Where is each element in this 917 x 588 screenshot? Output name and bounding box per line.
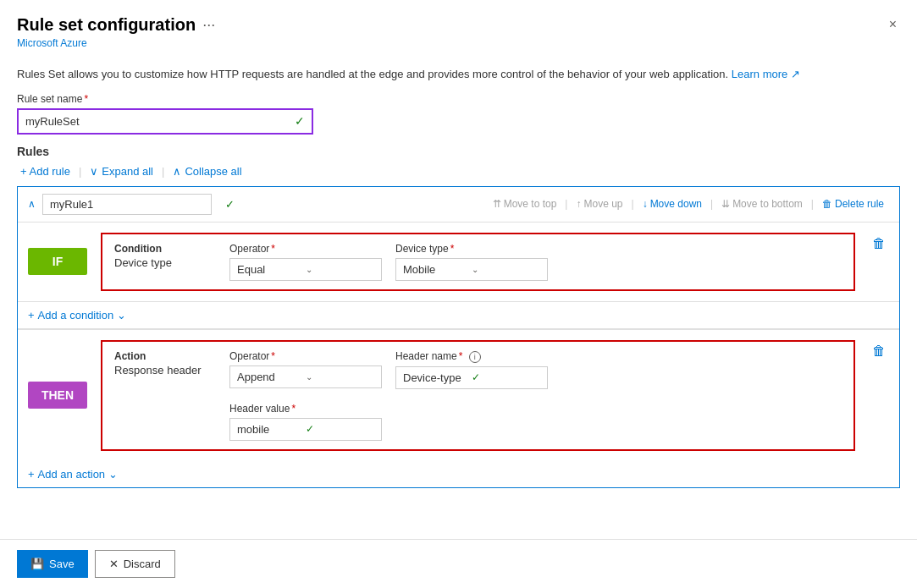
learn-more-link[interactable]: Learn more ↗ [732,68,800,80]
rule-set-name-label: Rule set name* [17,93,900,105]
condition-label-title: Condition [114,243,216,255]
action-operator-column: Operator* Append ⌄ [229,350,382,389]
move-down-button[interactable]: ↓ Move down [638,196,707,212]
add-action-button[interactable]: + Add an action ⌄ [28,468,118,481]
rule-name-input[interactable] [42,194,212,215]
action-operator-chevron-icon: ⌄ [306,372,374,382]
panel-subtitle: Microsoft Azure [17,37,900,49]
delete-rule-button[interactable]: 🗑 Delete rule [817,196,889,212]
rules-toolbar: + Add rule | ∨ Expand all | ∧ Collapse a… [17,163,900,179]
device-type-select[interactable]: Mobile ⌄ [395,258,548,281]
device-type-column: Device type* Mobile ⌄ [395,243,548,281]
rule-set-name-section: Rule set name* ✓ [17,93,900,135]
header-value-row: Header value* mobile ✓ [229,403,548,441]
collapse-all-button[interactable]: ∧ Collapse all [169,163,245,179]
operator-select[interactable]: Equal ⌄ [229,258,382,281]
action-label-title: Action [114,350,216,362]
action-operator-select[interactable]: Append ⌄ [229,365,382,388]
move-to-top-button[interactable]: ⇈ Move to top [488,196,562,212]
header-value-check-icon: ✓ [306,423,374,435]
close-button[interactable]: × [886,14,900,36]
operator-label: Operator* [229,243,382,255]
header-name-select[interactable]: Device-type ✓ [395,366,548,389]
save-icon: 💾 [30,558,44,570]
expand-all-button[interactable]: ∨ Expand all [86,163,157,179]
panel-content: Rules Set allows you to customize how HT… [0,56,917,539]
condition-label-column: Condition Device type [114,243,216,269]
add-condition-button[interactable]: + Add a condition ⌄ [28,309,126,321]
action-delete-column: 🗑 [869,340,889,362]
if-badge: IF [28,248,87,275]
condition-delete-column: 🗑 [869,233,889,255]
then-section: THEN Action Response header [18,329,899,461]
action-fields: Operator* Append ⌄ [229,350,548,441]
condition-delete-button[interactable]: 🗑 [869,233,889,255]
action-operator-label: Operator* [229,350,382,362]
then-badge: THEN [28,382,87,409]
description-text: Rules Set allows you to customize how HT… [17,56,900,93]
action-label-column: Action Response header [114,350,216,376]
discard-button[interactable]: ✕ Discard [95,550,175,578]
header-value-select[interactable]: mobile ✓ [229,418,382,441]
panel-title: Rule set configuration [17,15,196,35]
save-button[interactable]: 💾 Save [17,550,88,578]
action-label-value: Response header [114,364,216,376]
add-condition-row: + Add a condition ⌄ [18,302,899,329]
rules-section: Rules + Add rule | ∨ Expand all | ∧ Coll… [17,145,900,488]
device-type-chevron-icon: ⌄ [472,265,540,274]
operator-column: Operator* Equal ⌄ [229,243,382,281]
rule-set-configuration-panel: Rule set configuration ··· × Microsoft A… [0,0,917,588]
add-rule-button[interactable]: + Add rule [17,163,74,179]
discard-icon: ✕ [109,558,119,570]
rule-collapse-button[interactable]: ∧ [28,198,36,210]
more-options-icon[interactable]: ··· [202,16,215,34]
action-top-fields: Operator* Append ⌄ [229,350,548,389]
move-up-button[interactable]: ↑ Move up [571,196,627,212]
device-type-label: Device type* [395,243,548,255]
header-name-column: Header name* i Device-type ✓ [395,350,548,389]
header-name-label: Header name* i [395,350,548,363]
rule-name-check-icon: ✓ [225,198,235,211]
rule-body: IF Condition Device type Operato [18,223,899,487]
if-section: IF Condition Device type Operato [18,223,899,302]
rule-set-name-input[interactable] [19,110,288,133]
panel-footer: 💾 Save ✕ Discard [0,539,917,588]
rule-set-name-input-wrapper: ✓ [17,108,313,135]
rule-actions: ⇈ Move to top | ↑ Move up | ↓ Move down [488,196,889,212]
condition-label-value: Device type [114,256,216,269]
action-box: Action Response header Operator* [101,340,855,451]
rules-title: Rules [17,145,900,158]
add-action-row: + Add an action ⌄ [18,461,899,487]
rule-header: ∧ ✓ ⇈ Move to top | ↑ Move up [18,187,899,223]
check-icon: ✓ [288,114,312,128]
operator-chevron-icon: ⌄ [306,265,374,274]
rule-container: ∧ ✓ ⇈ Move to top | ↑ Move up [17,186,900,488]
action-delete-button[interactable]: 🗑 [869,340,889,362]
move-to-bottom-button[interactable]: ⇊ Move to bottom [716,196,808,212]
panel-header: Rule set configuration ··· × Microsoft A… [0,0,917,56]
condition-box: Condition Device type Operator* Equal [101,233,855,291]
header-name-info-icon[interactable]: i [469,351,481,363]
header-value-label: Header value* [229,403,548,415]
header-name-check-icon: ✓ [472,371,540,383]
